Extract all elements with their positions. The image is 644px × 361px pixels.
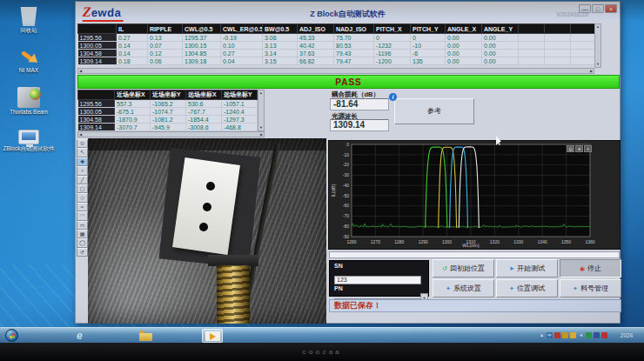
- table-row[interactable]: 1309.14-3070.7-945.9-3008.6-468.8: [78, 124, 258, 131]
- desktop-icon-label: NI MAX: [2, 67, 56, 73]
- minimize-icon[interactable]: —: [579, 4, 591, 13]
- coordinate-table-hscroll[interactable]: ◀▶: [77, 131, 265, 137]
- scroll-up-icon[interactable]: ▲: [596, 24, 600, 30]
- button-label: 位置调试: [517, 284, 545, 293]
- chart-pan-icon[interactable]: ✛: [584, 145, 592, 152]
- cell: -675.1: [115, 108, 151, 116]
- grid-tool-icon[interactable]: ▦: [77, 230, 88, 238]
- cell: 0.00: [482, 57, 519, 65]
- chart-zoom-icon[interactable]: ⊕: [575, 145, 583, 152]
- start-button[interactable]: [5, 329, 18, 342]
- taskbar-clock[interactable]: 2024: [611, 332, 642, 338]
- taskbar: e ▲中◄ 2024: [0, 327, 644, 343]
- table-row[interactable]: 1300.050.140.071300.150.103.1340.4280.53…: [78, 42, 597, 50]
- diamond-tool-icon[interactable]: ◇: [77, 193, 88, 202]
- maximize-icon[interactable]: □: [592, 4, 604, 13]
- volume-icon[interactable]: ◄: [578, 332, 584, 338]
- coordinate-table-vscroll[interactable]: ▲▼: [258, 90, 265, 131]
- arc-tool-icon[interactable]: ◠: [77, 211, 88, 220]
- pass-banner: PASS: [77, 75, 620, 89]
- row-label: 1309.14: [78, 57, 117, 65]
- column-header: [519, 24, 545, 34]
- cell: 1295.37: [183, 34, 221, 42]
- scroll-right-icon[interactable]: ▶: [260, 132, 263, 137]
- fiber-hole: [199, 223, 208, 231]
- desktop-icon-zblock-app[interactable]: ZBlock自动测试软件: [2, 128, 56, 151]
- cell: 1304.85: [183, 50, 221, 57]
- table-row[interactable]: 1295.56557.3-1065.2530.6-1057.1: [78, 100, 258, 108]
- cell: 0.27: [221, 50, 263, 57]
- cell: 3.15: [263, 57, 298, 65]
- table-row[interactable]: 1309.140.180.061309.180.043.1566.8279.47…: [78, 57, 597, 65]
- cell: [545, 50, 571, 57]
- scroll-down-icon[interactable]: ▼: [596, 62, 600, 67]
- labview-app-icon[interactable]: [202, 329, 223, 343]
- measurement-table-vscroll[interactable]: ▲▼: [594, 23, 601, 68]
- table-row[interactable]: 1304.580.140.121304.850.273.1437.6379.43…: [78, 50, 597, 57]
- measurement-table-hscroll[interactable]: ◀▶: [77, 68, 594, 74]
- app-tray-icon[interactable]: [570, 332, 576, 338]
- sn-input[interactable]: [334, 276, 421, 284]
- zoom-tool-icon[interactable]: ⊙: [77, 139, 88, 148]
- column-header: CWL@0.5: [183, 24, 221, 34]
- desktop-icon-thorlabs-beam[interactable]: Thorlabs Beam: [2, 87, 56, 115]
- scroll-up-icon[interactable]: ▲: [259, 90, 263, 96]
- input-method-icon[interactable]: 中: [547, 332, 553, 338]
- language-flag-icon[interactable]: [594, 332, 600, 338]
- crosshair-tool-icon[interactable]: ＋: [77, 166, 88, 175]
- close-icon[interactable]: ×: [605, 4, 617, 13]
- spectrum-chart[interactable]: 1260127012801290130013101320133013401350…: [329, 141, 621, 251]
- freehand-tool-icon[interactable]: ≈: [77, 203, 88, 211]
- network-icon[interactable]: [586, 332, 592, 338]
- cell: [545, 42, 571, 50]
- scroll-left-icon[interactable]: ◀: [79, 132, 82, 137]
- serial-panel: SN PN ▼: [329, 260, 429, 297]
- cell: 40.42: [298, 42, 334, 50]
- table-row[interactable]: 1300.05-675.1-1074.7-767.7-1240.4: [78, 108, 258, 116]
- system-tray: ▲中◄: [539, 332, 607, 338]
- desktop-icon-recycle-bin[interactable]: 回收站: [2, 5, 56, 33]
- rect-tool-icon[interactable]: ▢: [77, 184, 88, 193]
- home-position-button[interactable]: ↺回初始位置: [433, 259, 494, 277]
- action-center-icon[interactable]: [601, 332, 607, 338]
- circle-tool-icon[interactable]: ◯: [77, 238, 88, 247]
- window-controls: — □ ×: [579, 4, 617, 13]
- info-icon[interactable]: i: [389, 93, 397, 101]
- antivirus-icon[interactable]: [554, 332, 560, 338]
- position-debug-button[interactable]: ✦位置调试: [496, 279, 558, 297]
- line-tool-icon[interactable]: ╱: [77, 176, 88, 184]
- pan-tool-icon[interactable]: ✚: [77, 157, 88, 166]
- cell: 0.14: [117, 42, 148, 50]
- security-shield-icon[interactable]: [562, 332, 568, 338]
- cell: -945.9: [151, 124, 186, 131]
- cell: [571, 42, 597, 50]
- svg-text:-20: -20: [343, 162, 349, 167]
- rotate-tool-icon[interactable]: ↺: [77, 248, 88, 257]
- start-test-button[interactable]: ➤开始测试: [496, 259, 558, 277]
- window-titlebar[interactable]: Z Block自动测试软件 V202403116 — □ ×: [76, 2, 620, 21]
- table-row[interactable]: 1295.560.270.131295.37-0.193.0645.3375.7…: [78, 34, 597, 42]
- button-label: 回初始位置: [450, 264, 485, 273]
- chart-scale-icon[interactable]: ▤: [567, 145, 574, 152]
- sn-label: SN: [334, 263, 424, 270]
- button-label: 系统设置: [453, 284, 481, 293]
- folder-icon[interactable]: [139, 333, 152, 341]
- stop-button[interactable]: ◉停止: [560, 259, 621, 277]
- scroll-left-icon[interactable]: ◀: [79, 69, 82, 73]
- system-settings-button[interactable]: ✦系统设置: [433, 279, 494, 297]
- reference-button[interactable]: 参考: [394, 98, 474, 124]
- oval-tool-icon[interactable]: ▭: [77, 221, 88, 230]
- ie-icon[interactable]: e: [77, 330, 83, 342]
- ni-max-icon: [17, 45, 40, 66]
- part-number-manage-button[interactable]: ✦料号管理: [560, 279, 621, 297]
- cell: [519, 50, 545, 57]
- table-row[interactable]: 1304.58-1870.9-1081.2-1854.4-1297.3: [78, 116, 258, 124]
- desktop-icon-ni-max[interactable]: NI MAX: [2, 45, 56, 73]
- cell: -468.8: [222, 124, 258, 131]
- scroll-right-icon[interactable]: ▶: [590, 69, 593, 73]
- hidden-icons-icon[interactable]: ▲: [539, 332, 545, 338]
- scroll-down-icon[interactable]: ▼: [259, 125, 263, 130]
- cell: 79.43: [334, 50, 374, 57]
- column-header: PITCH_Y: [411, 24, 446, 34]
- cursor-tool-icon[interactable]: ↖: [77, 148, 88, 157]
